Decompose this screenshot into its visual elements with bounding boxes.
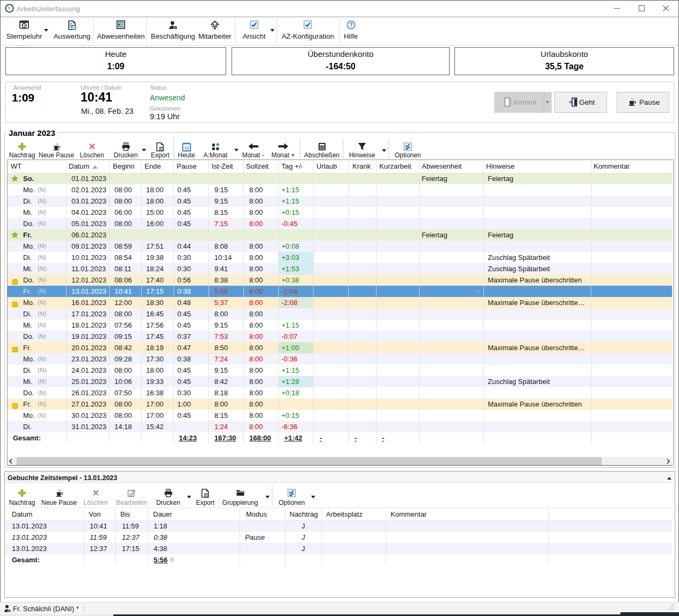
svg-text:i: i xyxy=(175,26,176,30)
svg-text:?: ? xyxy=(349,21,352,28)
